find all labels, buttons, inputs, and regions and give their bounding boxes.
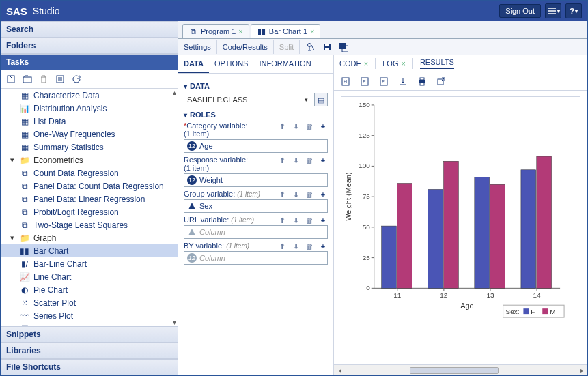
scrollbar-thumb[interactable] [410, 367, 499, 374]
task-item[interactable]: ⧉Probit/Logit Regression [1, 205, 178, 218]
export-pdf-icon[interactable]: P [359, 75, 371, 87]
scroll-left-icon[interactable]: ◂ [334, 365, 345, 376]
move-up-icon[interactable]: ⬆ [277, 190, 287, 199]
add-icon[interactable]: + [318, 190, 328, 199]
restab-log[interactable]: LOG× [382, 58, 406, 69]
code-results-button[interactable]: Code/Results [217, 40, 274, 54]
settings-button[interactable]: Settings [178, 40, 217, 54]
menu-icon[interactable]: ▾ [545, 3, 561, 18]
properties-icon[interactable] [54, 73, 66, 85]
delete-icon[interactable]: 🗑 [305, 242, 314, 251]
pie-chart-icon: ◐ [20, 285, 29, 295]
nav-section-libraries[interactable]: Libraries [1, 343, 178, 359]
task-item[interactable]: ⧉Count Data Regression [1, 167, 178, 179]
move-up-icon[interactable]: ⬆ [277, 156, 287, 165]
task-item[interactable]: ☰Simple HBar [1, 322, 178, 326]
move-down-icon[interactable]: ⬇ [291, 121, 300, 131]
restab-code[interactable]: CODE× [339, 58, 368, 69]
move-up-icon[interactable]: ⬆ [277, 242, 287, 251]
svg-text:50: 50 [363, 223, 371, 231]
add-icon[interactable]: + [318, 156, 328, 165]
delete-icon[interactable]: 🗑 [305, 121, 314, 131]
add-icon[interactable]: + [318, 121, 328, 131]
response-variable-field[interactable]: 12 Weight [184, 173, 328, 187]
tasktab-options[interactable]: OPTIONS [209, 55, 254, 73]
tasks-toolbar [1, 70, 178, 89]
task-item[interactable]: ▮/Bar-Line Chart [1, 257, 178, 270]
close-icon[interactable]: × [310, 27, 314, 35]
dataset-browse-button[interactable]: ▤ [314, 93, 328, 106]
task-item-bar-chart[interactable]: ▮▮Bar Chart [1, 244, 178, 257]
move-up-icon[interactable]: ⬆ [277, 216, 287, 225]
tab-bar-chart-1[interactable]: ▮▮ Bar Chart 1 × [251, 24, 321, 38]
task-group-graph[interactable]: ▾📁Graph [1, 231, 178, 244]
task-item[interactable]: 📊Distribution Analysis [1, 102, 178, 115]
task-item[interactable]: ▦List Data [1, 115, 178, 128]
tasks-tree[interactable]: ▦Characterize Data ▴ 📊Distribution Analy… [1, 89, 178, 326]
category-variable-field[interactable]: 12 Age [184, 139, 328, 153]
export-html-icon[interactable]: H [339, 75, 352, 87]
regression-icon: ⧉ [20, 169, 29, 178]
task-item[interactable]: ◐Pie Chart [1, 283, 178, 296]
scroll-down-icon[interactable]: ▾ [173, 319, 176, 326]
help-icon[interactable]: ? ▾ [565, 3, 582, 18]
export-rtf-icon[interactable]: R [378, 75, 390, 87]
delete-task-icon[interactable] [38, 73, 50, 85]
nav-section-folders[interactable]: Folders [1, 38, 178, 54]
task-item[interactable]: ▦Characterize Data [1, 89, 178, 102]
move-down-icon[interactable]: ⬇ [291, 216, 300, 225]
nav-section-snippets[interactable]: Snippets [1, 326, 178, 343]
run-icon[interactable] [305, 42, 316, 53]
move-down-icon[interactable]: ⬇ [291, 190, 300, 199]
save-icon[interactable] [322, 42, 333, 53]
collapse-icon: ▾ [9, 233, 16, 242]
move-down-icon[interactable]: ⬇ [291, 156, 300, 165]
section-data[interactable]: ▾DATA [184, 82, 328, 90]
nav-section-file-shortcuts[interactable]: File Shortcuts [1, 359, 178, 375]
task-item[interactable]: ▦One-Way Frequencies [1, 128, 178, 141]
svg-rect-18 [420, 78, 424, 80]
popup-icon[interactable] [435, 75, 447, 87]
move-down-icon[interactable]: ⬇ [291, 242, 300, 251]
tasktab-data[interactable]: DATA [178, 55, 209, 73]
new-task-icon[interactable] [5, 73, 17, 85]
dataset-select[interactable]: SASHELP.CLASS▾ [184, 93, 311, 106]
section-roles[interactable]: ▾ROLES [184, 111, 328, 119]
task-group-econometrics[interactable]: ▾📁Econometrics [1, 154, 178, 167]
regression-icon: ⧉ [20, 194, 29, 204]
url-variable-field[interactable]: Column [184, 225, 328, 239]
svg-text:R: R [382, 79, 385, 84]
print-icon[interactable] [416, 75, 428, 87]
task-item[interactable]: ⧉Two-Stage Least Squares [1, 218, 178, 231]
nav-section-search[interactable]: Search [1, 21, 178, 38]
add-icon[interactable]: + [318, 216, 328, 225]
delete-icon[interactable]: 🗑 [305, 216, 314, 225]
move-up-icon[interactable]: ⬆ [277, 121, 287, 131]
numeric-icon: 12 [187, 141, 197, 151]
scroll-right-icon[interactable]: ▸ [576, 365, 587, 376]
tab-program-1[interactable]: ⧉ Program 1 × [182, 24, 249, 38]
horizontal-scrollbar[interactable]: ◂ ▸ [334, 364, 587, 375]
delete-icon[interactable]: 🗑 [305, 190, 314, 199]
task-item[interactable]: ▦Summary Statistics [1, 141, 178, 154]
download-icon[interactable] [397, 75, 409, 87]
task-item[interactable]: ⧉Panel Data: Count Data Regression [1, 179, 178, 192]
close-icon[interactable]: × [238, 27, 242, 35]
group-variable-field[interactable]: Sex [184, 199, 328, 213]
add-icon[interactable]: + [318, 242, 328, 251]
task-item[interactable]: ⧉Panel Data: Linear Regression [1, 192, 178, 205]
task-item[interactable]: 〰Series Plot [1, 309, 178, 322]
delete-icon[interactable]: 🗑 [305, 156, 314, 165]
open-task-icon[interactable] [21, 73, 33, 85]
saveas-icon[interactable] [338, 42, 349, 53]
refresh-icon[interactable] [70, 73, 83, 85]
task-item[interactable]: ⁙Scatter Plot [1, 296, 178, 309]
nav-section-tasks[interactable]: Tasks [1, 54, 178, 70]
restab-results[interactable]: RESULTS [420, 58, 454, 69]
svg-rect-45 [475, 177, 490, 289]
sign-out-button[interactable]: Sign Out [499, 4, 541, 18]
tasktab-information[interactable]: INFORMATION [253, 55, 316, 73]
scroll-up-icon[interactable]: ▴ [173, 89, 176, 96]
task-item[interactable]: 📈Line Chart [1, 270, 178, 283]
by-variable-field[interactable]: 12 Column [184, 251, 328, 265]
